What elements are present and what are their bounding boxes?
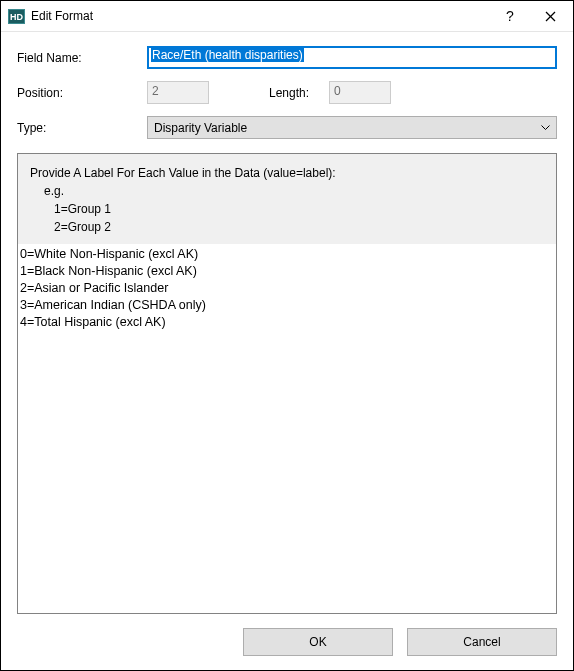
labels-textarea[interactable]: 0=White Non-Hispanic (excl AK) 1=Black N… bbox=[18, 244, 556, 613]
type-dropdown[interactable]: Disparity Variable bbox=[147, 116, 557, 139]
ok-button[interactable]: OK bbox=[243, 628, 393, 656]
svg-text:HD: HD bbox=[10, 12, 23, 22]
position-length-row: Position: 2 Length: 0 bbox=[17, 81, 557, 104]
cancel-button[interactable]: Cancel bbox=[407, 628, 557, 656]
position-input: 2 bbox=[147, 81, 209, 104]
field-name-input[interactable]: Race/Eth (health disparities) bbox=[147, 46, 557, 69]
panel-header: Provide A Label For Each Value in the Da… bbox=[18, 154, 556, 244]
app-icon: HD bbox=[7, 8, 25, 24]
length-label: Length: bbox=[269, 86, 329, 100]
panel-header-eg: e.g. bbox=[30, 182, 544, 200]
window-controls: ? bbox=[492, 1, 573, 31]
type-value: Disparity Variable bbox=[154, 121, 247, 135]
field-name-label: Field Name: bbox=[17, 51, 147, 65]
button-row: OK Cancel bbox=[17, 628, 557, 656]
length-value: 0 bbox=[334, 84, 341, 98]
panel-header-g1: 1=Group 1 bbox=[30, 200, 544, 218]
type-label: Type: bbox=[17, 121, 147, 135]
length-input: 0 bbox=[329, 81, 391, 104]
field-name-row: Field Name: Race/Eth (health disparities… bbox=[17, 46, 557, 69]
position-value: 2 bbox=[152, 84, 159, 98]
chevron-down-icon bbox=[541, 125, 550, 131]
window-title: Edit Format bbox=[31, 9, 492, 23]
panel-header-g2: 2=Group 2 bbox=[30, 218, 544, 236]
panel-header-line1: Provide A Label For Each Value in the Da… bbox=[30, 164, 544, 182]
title-bar: HD Edit Format ? bbox=[1, 1, 573, 32]
client-area: Field Name: Race/Eth (health disparities… bbox=[1, 32, 573, 670]
type-row: Type: Disparity Variable bbox=[17, 116, 557, 139]
close-button[interactable] bbox=[528, 1, 573, 31]
help-button[interactable]: ? bbox=[492, 1, 528, 31]
position-label: Position: bbox=[17, 86, 147, 100]
field-name-value: Race/Eth (health disparities) bbox=[151, 48, 304, 62]
labels-panel: Provide A Label For Each Value in the Da… bbox=[17, 153, 557, 614]
svg-text:?: ? bbox=[506, 9, 514, 23]
